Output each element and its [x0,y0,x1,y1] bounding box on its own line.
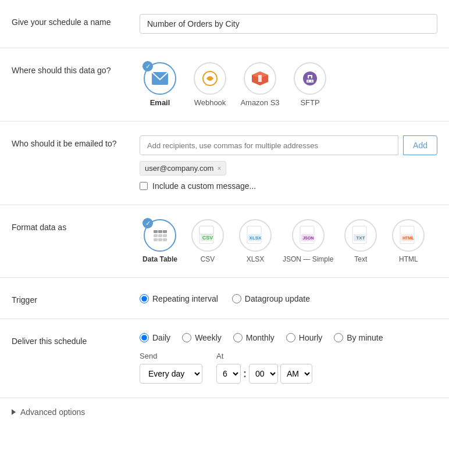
freq-byminute-label[interactable]: By minute [334,333,383,342]
format-csv[interactable]: CSV CSV [187,219,228,263]
format-json[interactable]: JSON JSON — Simple [283,219,333,263]
trigger-radio-group: Repeating interval Datagroup update [140,292,437,303]
destination-email[interactable]: ✓ Email [140,62,180,107]
svg-rect-12 [199,226,213,234]
send-select[interactable]: Every day Weekdays Weekends [140,364,202,384]
format-xlsx-icon: XLSX [239,219,272,252]
format-datatable[interactable]: ✓ [140,219,180,263]
destination-sftp[interactable]: SFTP [290,62,330,107]
email-selected-checkmark: ✓ [142,61,153,71]
trigger-datagroup-radio[interactable] [232,294,241,303]
format-text-icon: TXT [344,219,377,252]
format-html[interactable]: HTML HTML [388,219,429,263]
freq-weekly-radio[interactable] [182,333,191,342]
trigger-repeating-label[interactable]: Repeating interval [140,294,218,303]
destination-sftp-icon-wrap [294,62,326,95]
trigger-repeating-radio[interactable] [140,294,149,303]
svg-text:CSV: CSV [202,235,213,241]
freq-hourly-label[interactable]: Hourly [286,333,322,342]
freq-byminute-text: By minute [347,333,383,342]
format-text-label: Text [354,255,367,263]
custom-message-checkbox[interactable] [140,182,148,190]
format-csv-icon: CSV [191,219,224,252]
trigger-section: Trigger Repeating interval Datagroup upd… [0,278,449,319]
html-file-icon: HTML [398,225,419,246]
deliver-label: Deliver this schedule [12,333,128,346]
format-xlsx-label: XLSX [247,255,265,263]
format-label: Format data as [12,219,128,232]
recipients-label: Who should it be emailed to? [12,135,128,148]
svg-text:XLSX: XLSX [250,235,262,241]
deliver-content: Daily Weekly Monthly Hourly By minute Se… [140,333,437,384]
format-content: ✓ [140,219,437,263]
freq-daily-text: Daily [152,333,170,342]
trigger-datagroup-text: Datagroup update [245,294,310,303]
svg-rect-7 [309,76,311,78]
datatable-selected-checkmark: ✓ [142,218,153,228]
destination-webhook[interactable]: Webhook [190,62,230,107]
svg-point-9 [308,81,309,82]
schedule-name-label: Give your schedule a name [12,14,128,27]
trigger-content: Repeating interval Datagroup update [140,292,437,303]
format-xlsx[interactable]: XLSX XLSX [235,219,276,263]
destination-sftp-label: SFTP [300,98,319,107]
at-group: At 6 7 8 : 00 15 30 45 AM [216,352,312,384]
schedule-name-content [140,14,437,34]
destination-amazons3-icon-wrap [244,62,276,95]
advanced-section: Advanced options [0,398,449,426]
format-json-icon: JSON [292,219,325,252]
custom-message-label[interactable]: Include a custom message... [152,181,256,191]
trigger-label: Trigger [12,292,128,305]
send-at-row: Send Every day Weekdays Weekends At 6 7 … [140,352,437,384]
destination-amazons3[interactable]: Amazon S3 [240,62,280,107]
svg-text:HTML: HTML [403,236,415,240]
recipients-input-row: Add [140,135,437,155]
destination-options: ✓ Email Webhook [140,62,437,107]
schedule-name-input[interactable] [140,14,437,34]
destination-email-icon-wrap: ✓ [144,62,176,95]
email-icon [152,72,168,85]
freq-hourly-radio[interactable] [286,333,295,342]
svg-text:TXT: TXT [357,235,365,241]
format-html-label: HTML [399,255,418,263]
time-row: 6 7 8 : 00 15 30 45 AM PM [216,364,312,384]
text-file-icon: TXT [350,225,371,246]
freq-hourly-text: Hourly [299,333,322,342]
json-file-icon: JSON [298,225,319,246]
freq-byminute-radio[interactable] [334,333,343,342]
recipient-tag: user@company.com × [140,161,226,176]
trigger-datagroup-label[interactable]: Datagroup update [232,294,310,303]
advanced-chevron-icon [12,409,16,415]
trigger-repeating-text: Repeating interval [152,294,218,303]
freq-monthly-label[interactable]: Monthly [233,333,275,342]
recipient-tags: user@company.com × [140,161,437,176]
ampm-select[interactable]: AM PM [280,364,312,384]
format-text[interactable]: TXT Text [340,219,381,263]
add-recipient-button[interactable]: Add [403,135,437,155]
minute-select[interactable]: 00 15 30 45 [249,364,278,384]
destination-webhook-label: Webhook [194,98,226,107]
custom-message-row: Include a custom message... [140,181,437,191]
freq-monthly-radio[interactable] [233,333,243,342]
advanced-label: Advanced options [20,407,85,417]
csv-file-icon: CSV [197,225,218,246]
format-options: ✓ [140,219,437,263]
destination-content: ✓ Email Webhook [140,62,437,107]
time-colon: : [243,368,247,380]
format-json-label: JSON — Simple [283,255,333,263]
freq-weekly-text: Weekly [195,333,222,342]
recipients-input[interactable] [140,135,398,155]
tag-remove-button[interactable]: × [217,164,221,173]
freq-daily-label[interactable]: Daily [140,333,170,342]
freq-weekly-label[interactable]: Weekly [182,333,222,342]
svg-rect-8 [307,80,313,83]
hour-select[interactable]: 6 7 8 [216,364,241,384]
freq-daily-radio[interactable] [140,333,149,342]
destination-label: Where should this data go? [12,62,128,75]
destination-section: Where should this data go? ✓ Email [0,48,449,121]
advanced-toggle[interactable]: Advanced options [12,407,437,417]
at-label: At [216,352,312,360]
format-datatable-label: Data Table [142,255,177,263]
svg-rect-4 [258,75,262,82]
deliver-section: Deliver this schedule Daily Weekly Month… [0,319,449,398]
